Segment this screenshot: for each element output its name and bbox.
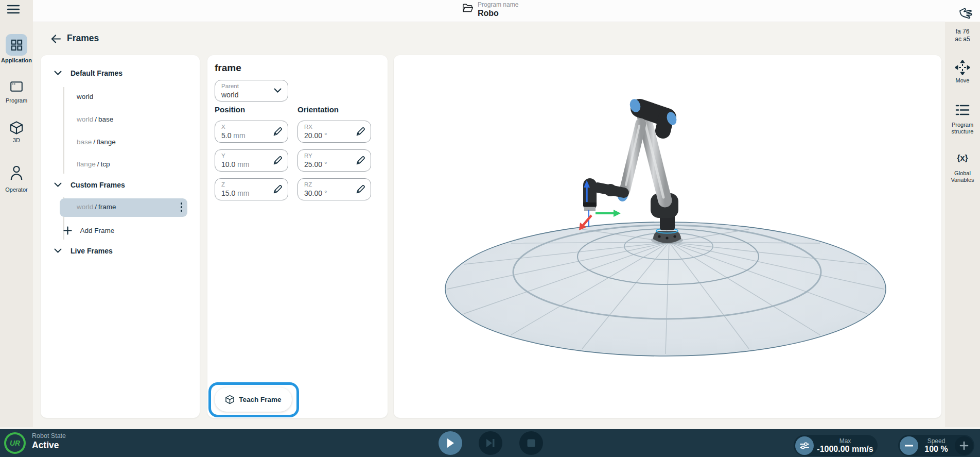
chevron-down-icon[interactable] <box>54 71 62 75</box>
right-tool-rail: fa 76 ac a5 Move Program structure {x} <box>945 22 980 427</box>
tree-section-default-frames[interactable]: Default Frames <box>71 69 122 77</box>
bottom-control-bar: UR Robot State Active <box>0 429 980 457</box>
move-tool-button[interactable] <box>955 60 970 75</box>
frame-name-title: frame <box>215 62 241 74</box>
tree-item-world-base[interactable]: world/base <box>77 115 113 123</box>
pencil-edit-icon[interactable] <box>355 184 366 195</box>
parent-frame-select[interactable]: Parent world <box>215 80 288 101</box>
move-arrows-icon <box>955 60 970 75</box>
speed-pill: Speed 100 % <box>898 435 974 456</box>
max-speed-pill: Max -1000.00 mm/s <box>794 435 878 456</box>
sidebar-label-operator: Operator <box>0 187 33 193</box>
move-tool-label: Move <box>945 77 980 84</box>
speed-settings-button[interactable] <box>795 436 814 455</box>
stop-icon <box>527 438 536 448</box>
sidebar-item-3d[interactable] <box>9 121 24 135</box>
left-navigation-rail: Application Program 3D Operator <box>0 0 33 427</box>
back-arrow-button[interactable] <box>50 34 61 44</box>
frame-editor-panel: frame Parent world Position Orientation … <box>207 55 388 418</box>
speed-increase-button[interactable] <box>955 436 973 455</box>
3d-viewport[interactable] <box>394 55 941 418</box>
chevron-down-icon[interactable] <box>54 248 62 253</box>
page-title: Frames <box>67 33 99 44</box>
position-x-field[interactable]: X 5.0 mm <box>215 121 288 143</box>
speed-decrease-button[interactable] <box>900 436 918 455</box>
sidebar-item-application[interactable] <box>6 34 27 56</box>
program-name-label: Program name <box>478 1 518 8</box>
pencil-edit-icon[interactable] <box>355 126 366 137</box>
chevron-down-icon[interactable] <box>54 182 62 187</box>
pencil-edit-icon[interactable] <box>355 155 366 166</box>
sidebar-item-program[interactable] <box>10 81 23 92</box>
tree-section-live-frames[interactable]: Live Frames <box>71 247 113 255</box>
robot-state-label: Robot State <box>32 432 66 439</box>
tree-item-world-frame-selected[interactable]: world/frame <box>60 198 187 217</box>
orientation-group-label: Orientation <box>297 105 339 114</box>
tree-item-flange-tcp[interactable]: flange/tcp <box>77 160 110 168</box>
stop-button[interactable] <box>519 431 543 455</box>
position-y-field[interactable]: Y 10.0 mm <box>215 149 288 172</box>
tree-connector <box>63 87 64 174</box>
robot-id-badge[interactable]: fa 76 ac a5 <box>945 28 980 43</box>
tree-section-custom-frames[interactable]: Custom Frames <box>71 181 125 189</box>
program-structure-button[interactable] <box>955 104 970 116</box>
operator-person-icon <box>10 165 23 180</box>
sidebar-label-3d: 3D <box>0 137 33 144</box>
teach-frame-button[interactable]: Teach Frame <box>215 387 292 412</box>
program-window-icon <box>10 81 23 92</box>
robot-state-value: Active <box>32 440 66 451</box>
curly-x-icon: {x} <box>957 154 968 162</box>
cube-icon <box>9 121 24 135</box>
max-value: -1000.00 mm/s <box>814 445 876 454</box>
position-group-label: Position <box>215 105 245 114</box>
grid-icon <box>11 39 23 51</box>
plus-icon <box>959 441 969 450</box>
sidebar-label-program: Program <box>0 97 33 104</box>
pencil-edit-icon[interactable] <box>272 126 283 137</box>
position-z-field[interactable]: Z 15.0 mm <box>215 178 288 200</box>
sidebar-item-operator[interactable] <box>10 165 23 180</box>
folder-icon <box>462 3 473 13</box>
top-bar: Program name Robo <box>33 0 980 22</box>
robot-state-block[interactable]: Robot State Active <box>32 432 66 451</box>
hamburger-menu-icon[interactable] <box>7 5 20 14</box>
sidebar-label-application: Application <box>0 57 33 64</box>
robot-id-line2: ac a5 <box>945 36 980 43</box>
program-structure-label: Program structure <box>945 122 980 135</box>
global-variables-label: Global Variables <box>945 170 980 183</box>
tree-item-base-flange[interactable]: base/flange <box>77 138 116 146</box>
sliders-icon <box>799 441 810 450</box>
speed-label: Speed <box>919 437 954 445</box>
step-button[interactable] <box>479 431 502 455</box>
max-label: Max <box>814 437 876 445</box>
orientation-rx-field[interactable]: RX 20.00 ° <box>297 121 371 143</box>
orientation-rz-field[interactable]: RZ 30.00 ° <box>297 178 371 200</box>
chevron-down-icon <box>274 88 282 93</box>
hand-icon[interactable] <box>958 7 974 21</box>
global-variables-button[interactable]: {x} <box>945 154 980 163</box>
orientation-ry-field[interactable]: RY 25.00 ° <box>297 149 371 172</box>
pencil-edit-icon[interactable] <box>272 184 283 195</box>
cube-icon <box>225 395 235 404</box>
robot-arm <box>583 98 683 244</box>
tree-item-world[interactable]: world <box>77 93 93 100</box>
plus-icon <box>63 226 72 235</box>
robot-id-line1: fa 76 <box>945 28 980 36</box>
play-icon <box>446 438 455 448</box>
speed-value: 100 % <box>919 445 954 454</box>
ur-logo[interactable]: UR <box>4 432 26 454</box>
frames-tree-panel: Default Frames world world/base base/fla… <box>41 55 200 418</box>
list-icon <box>955 104 970 116</box>
skip-icon <box>485 438 496 448</box>
add-frame-button[interactable]: Add Frame <box>63 226 114 235</box>
kebab-menu-icon[interactable] <box>181 202 183 212</box>
program-name: Robo <box>478 9 518 18</box>
minus-icon <box>905 445 913 447</box>
robot-3d-scene <box>394 55 941 418</box>
pencil-edit-icon[interactable] <box>272 155 283 166</box>
program-name-group: Program name Robo <box>478 1 518 18</box>
play-button[interactable] <box>439 431 462 455</box>
